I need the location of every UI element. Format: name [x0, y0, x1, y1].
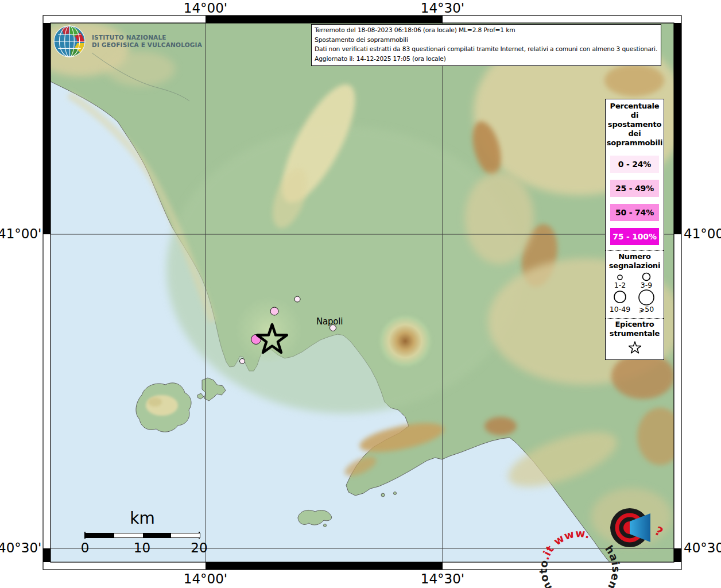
legend-class-25-49: 25 - 49%: [610, 180, 659, 197]
event-data-note: Dati non verificati estratti da 83 quest…: [315, 45, 657, 55]
volcano-vesuvius: [375, 311, 435, 371]
event-updated-note: Aggiornato il: 14-12-2025 17:05 (ora loc…: [315, 55, 657, 64]
axis-label-right-41d00: 41°00': [684, 226, 721, 241]
scale-bar-segments: [85, 533, 200, 538]
count-label-10-49: 10-49: [609, 305, 630, 313]
axis-label-top-14d30: 14°30': [421, 1, 464, 16]
ingv-globe-icon: [53, 25, 86, 57]
legend: Percentuale di spostamento dei soprammob…: [605, 99, 664, 360]
count-circle-50: [639, 290, 654, 305]
ingv-logo: ISTITUTO NAZIONALE DI GEOFISICA E VULCAN…: [53, 25, 202, 57]
ingv-name: ISTITUTO NAZIONALE DI GEOFISICA E VULCAN…: [92, 34, 202, 49]
event-subtitle: Spostamento dei soprammobili: [315, 36, 657, 45]
scale-num-20: 20: [191, 540, 207, 555]
count-label-3-9: 3-9: [640, 281, 652, 289]
legend-count-symbols: 1-2 3-9 10-49 ⩾50: [607, 272, 662, 313]
legend-class-50-74: 50 - 74%: [610, 204, 659, 221]
count-circle-3-9: [642, 273, 650, 281]
legend-title: Percentuale di spostamento dei soprammob…: [606, 99, 664, 149]
scale-segment: [114, 533, 143, 537]
scale-segment: [171, 533, 200, 537]
islet: [324, 524, 327, 527]
felt-report-point: [270, 307, 278, 315]
ingv-name-line2: DI GEOFISICA E VULCANOLOGIA: [92, 41, 202, 49]
scale-num-10: 10: [134, 540, 150, 555]
legend-epicenter-title: Epicentro strumentale: [606, 319, 664, 339]
axis-label-bottom-14d30: 14°30': [421, 571, 464, 586]
event-title: Terremoto del 18-08-2023 06:18:06 (ora l…: [315, 26, 657, 36]
scale-segment: [143, 533, 172, 537]
ingv-name-line1: ISTITUTO NAZIONALE: [92, 34, 202, 41]
felt-report-point: [294, 296, 300, 302]
scale-num-0: 0: [81, 540, 90, 555]
axis-label-top-14d00: 14°00': [184, 1, 227, 16]
count-circle-10-49: [614, 291, 626, 303]
count-label-50: ⩾50: [638, 305, 653, 313]
legend-counts-title: Numero segnalazioni: [606, 251, 664, 272]
map-screenshot: { "info_box": { "lines": [ "Terremoto de…: [0, 0, 721, 588]
islet: [381, 493, 385, 497]
event-info-box: Terremoto del 18-08-2023 06:18:06 (ora l…: [311, 24, 661, 66]
scale-bar: km 0 10 20: [79, 509, 206, 558]
legend-epicenter-star: [626, 339, 644, 357]
legend-class-0-24: 0 - 24%: [610, 156, 659, 173]
count-circle-1-2: [618, 275, 622, 280]
campi-flegrei-shading: [235, 297, 302, 363]
islet: [394, 492, 397, 495]
axis-label-left-40d30: 40°30': [0, 540, 40, 555]
felt-report-point: [240, 359, 245, 364]
city-label-napoli: Napoli: [316, 316, 343, 327]
axis-label-right-40d30: 40°30': [684, 540, 721, 555]
count-label-1-2: 1-2: [614, 281, 625, 289]
scale-unit-label: km: [79, 509, 206, 528]
legend-class-75-100: 75 - 100%: [610, 228, 659, 245]
scale-segment: [86, 533, 114, 537]
axis-label-left-41d00: 41°00': [0, 226, 40, 241]
axis-label-bottom-14d00: 14°00': [184, 571, 227, 586]
